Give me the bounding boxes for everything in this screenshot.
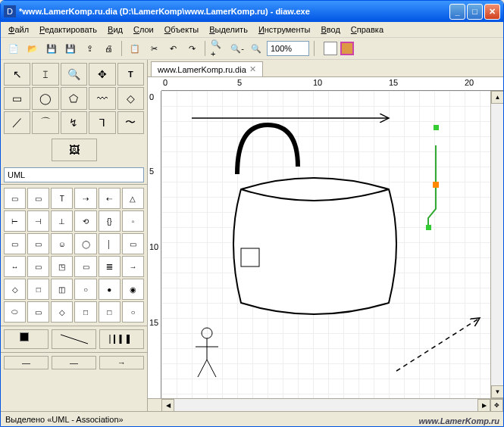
uml-state-icon[interactable]: ▭ bbox=[74, 256, 96, 277]
redo-icon[interactable]: ↷ bbox=[183, 40, 200, 57]
cut-icon[interactable]: ✂ bbox=[146, 40, 162, 57]
uml-sq-icon[interactable]: □ bbox=[74, 301, 96, 323]
scroll-up-icon[interactable]: ▲ bbox=[491, 91, 503, 104]
scroll-left-icon[interactable]: ◀ bbox=[161, 399, 174, 411]
uml-initial-icon[interactable]: ◉ bbox=[122, 279, 144, 300]
zoomout-icon[interactable]: 🔍- bbox=[229, 40, 246, 57]
line-width-icon[interactable] bbox=[99, 329, 144, 349]
uml-dot-icon[interactable]: ● bbox=[99, 279, 121, 300]
export-icon[interactable]: ⇪ bbox=[81, 40, 98, 57]
uml-realize-icon[interactable]: ⇠ bbox=[99, 188, 121, 209]
text-icon[interactable]: T bbox=[117, 63, 144, 86]
uml-ring-icon[interactable]: ○ bbox=[74, 279, 96, 300]
line-icon[interactable]: ／ bbox=[4, 111, 30, 134]
saveas-icon[interactable]: 💾 bbox=[62, 40, 79, 57]
uml-diamond-icon[interactable]: ◇ bbox=[51, 301, 73, 323]
uml-branch-icon[interactable]: ◇ bbox=[4, 279, 26, 300]
zoomin-icon[interactable]: 🔍+ bbox=[210, 40, 227, 57]
copy-icon[interactable]: 📋 bbox=[127, 40, 143, 57]
uml-lifeline-icon[interactable]: │ bbox=[99, 233, 121, 254]
ellipse-icon[interactable]: ◯ bbox=[32, 87, 58, 110]
swatch-fg[interactable] bbox=[340, 42, 354, 55]
arrow-start[interactable]: — bbox=[4, 356, 49, 369]
uml-fork-icon[interactable]: 𝌆 bbox=[99, 256, 121, 277]
uml-class-icon[interactable]: ▭ bbox=[4, 188, 26, 209]
arrow-mid[interactable]: — bbox=[52, 356, 96, 369]
save-icon[interactable]: 💾 bbox=[43, 40, 60, 57]
scrollbar-vertical[interactable]: ▲ ▼ bbox=[490, 91, 503, 398]
magnify-icon[interactable]: 🔍 bbox=[61, 63, 87, 86]
fgbg-swatch[interactable] bbox=[4, 329, 49, 349]
scroll-right-icon[interactable]: ▶ bbox=[477, 399, 490, 411]
uml-final-icon[interactable]: ⬭ bbox=[4, 301, 26, 323]
uml-small-icon[interactable]: ▫ bbox=[122, 210, 144, 232]
uml-general-icon[interactable]: △ bbox=[122, 188, 144, 209]
uml-implem-icon[interactable]: ⟲ bbox=[74, 210, 96, 232]
uml-node-icon[interactable]: ◳ bbox=[51, 256, 73, 277]
bezier-icon[interactable]: 〰 bbox=[89, 87, 115, 110]
menu-input[interactable]: Ввод bbox=[316, 23, 344, 36]
uml-assoc-icon[interactable]: ⊢ bbox=[4, 210, 26, 232]
swatch-bg[interactable] bbox=[324, 42, 337, 55]
image-icon[interactable]: 🖼 bbox=[52, 139, 97, 161]
uml-actor-icon[interactable]: ☺ bbox=[51, 233, 73, 254]
tab-document[interactable]: www.LamerKomp.ru.dia ✕ bbox=[151, 61, 263, 76]
menu-view[interactable]: Вид bbox=[103, 23, 127, 36]
maximize-button[interactable]: □ bbox=[467, 4, 483, 20]
zigzag-icon[interactable]: ↯ bbox=[61, 111, 87, 134]
menu-objects[interactable]: Объекты bbox=[160, 23, 203, 36]
uml-msg-icon[interactable]: ↔ bbox=[4, 256, 26, 277]
line-style-icon[interactable] bbox=[52, 329, 96, 349]
tab-close-icon[interactable]: ✕ bbox=[249, 64, 256, 74]
undo-icon[interactable]: ↶ bbox=[164, 40, 181, 57]
curve-icon[interactable]: 〜 bbox=[117, 111, 144, 134]
uml-large-icon[interactable]: ▭ bbox=[4, 233, 26, 254]
scroll-down-icon[interactable]: ▼ bbox=[491, 385, 503, 398]
uml-o2-icon[interactable]: ○ bbox=[122, 301, 144, 323]
uml-sq2-icon[interactable]: □ bbox=[99, 301, 121, 323]
uml-rect-icon[interactable]: ▭ bbox=[27, 301, 49, 323]
new-icon[interactable]: 📄 bbox=[5, 40, 22, 57]
menu-file[interactable]: Файл bbox=[4, 23, 33, 36]
menu-tools[interactable]: Инструменты bbox=[254, 23, 315, 36]
arc-icon[interactable]: ⌒ bbox=[32, 111, 58, 134]
uml-package-icon[interactable]: ▭ bbox=[27, 233, 49, 254]
menu-edit[interactable]: Редактировать bbox=[35, 23, 102, 36]
titlebar[interactable]: D *www.LamerKomp.ru.dia (D:\LamerKomp\ww… bbox=[1, 1, 503, 22]
uml-compose-icon[interactable]: ⊥ bbox=[51, 210, 73, 232]
uml-trans-icon[interactable]: → bbox=[122, 256, 144, 277]
uml-cube-icon[interactable]: ◫ bbox=[51, 279, 73, 300]
polyline-icon[interactable]: ⅂ bbox=[89, 111, 115, 134]
close-button[interactable]: ✕ bbox=[484, 4, 500, 20]
text-cursor-icon[interactable]: 𝙸 bbox=[32, 63, 58, 86]
pointer-icon[interactable]: ↖ bbox=[4, 63, 30, 86]
shape-icon[interactable]: ◇ bbox=[117, 87, 144, 110]
print-icon[interactable]: 🖨 bbox=[100, 40, 117, 57]
canvas[interactable] bbox=[161, 91, 490, 398]
open-icon[interactable]: 📂 bbox=[24, 40, 41, 57]
arrow-end[interactable]: → bbox=[99, 356, 144, 369]
uml-component-icon[interactable]: ▭ bbox=[27, 256, 49, 277]
uml-object-icon[interactable]: ▭ bbox=[122, 233, 144, 254]
svg-line-11 bbox=[396, 318, 480, 371]
menu-layers[interactable]: Слои bbox=[129, 23, 158, 36]
polygon-icon[interactable]: ⬠ bbox=[61, 87, 87, 110]
minimize-button[interactable]: _ bbox=[449, 4, 465, 20]
svg-line-9 bbox=[198, 360, 207, 377]
scrollbar-horizontal[interactable]: ◀ ▶ ✥ bbox=[148, 398, 503, 411]
uml-usecase-icon[interactable]: ◯ bbox=[74, 233, 96, 254]
uml-class2-icon[interactable]: □ bbox=[27, 279, 49, 300]
menu-help[interactable]: Справка bbox=[346, 23, 388, 36]
uml-depend-icon[interactable]: ⇢ bbox=[74, 188, 96, 209]
move-icon[interactable]: ✥ bbox=[89, 63, 115, 86]
palette-select[interactable] bbox=[4, 167, 144, 182]
nav-icon[interactable]: ✥ bbox=[490, 399, 503, 411]
menu-select[interactable]: Выделить bbox=[205, 23, 252, 36]
uml-text-icon[interactable]: T bbox=[51, 188, 73, 209]
zoomfit-icon[interactable]: 🔍 bbox=[248, 40, 265, 57]
uml-note-icon[interactable]: ▭ bbox=[27, 188, 49, 209]
zoom-input[interactable] bbox=[267, 41, 309, 56]
box-icon[interactable]: ▭ bbox=[4, 87, 30, 110]
uml-constrain-icon[interactable]: {} bbox=[99, 210, 121, 232]
uml-aggreg-icon[interactable]: ⊣ bbox=[27, 210, 49, 232]
